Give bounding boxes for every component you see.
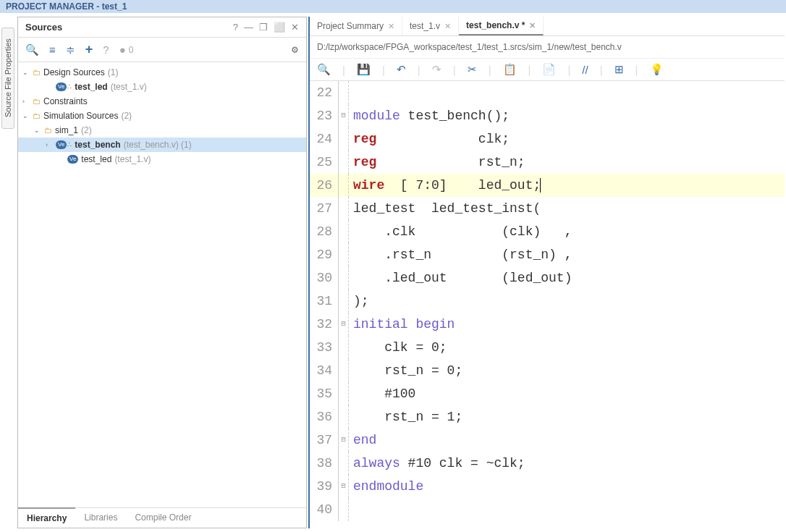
code-text[interactable]: ); — [349, 290, 369, 313]
fold-icon — [339, 174, 349, 197]
undo-icon[interactable]: ↶ — [397, 63, 406, 76]
code-text[interactable]: led_test led_test_inst( — [349, 197, 541, 220]
tab-test1[interactable]: test_1.v ✕ — [402, 17, 459, 35]
code-line[interactable]: 28 .clk (clk) , — [310, 220, 785, 243]
code-line[interactable]: 34 rst_n = 0; — [310, 359, 785, 382]
chevron-down-icon[interactable]: ⌄ — [22, 69, 30, 76]
line-number: 25 — [310, 151, 339, 174]
tree-label: test_bench — [75, 140, 120, 150]
close-icon[interactable]: ✕ — [291, 22, 299, 33]
source-properties-tab[interactable]: Source File Properties — [1, 28, 14, 129]
fold-icon[interactable]: ⊟ — [339, 428, 349, 452]
tab-compile-order[interactable]: Compile Order — [126, 508, 200, 528]
tree-count: (1) — [108, 67, 119, 77]
code-line[interactable]: 24reg clk; — [310, 127, 785, 151]
code-text[interactable]: .led_out (led_out) — [349, 266, 572, 290]
close-icon[interactable]: ✕ — [529, 21, 536, 30]
fold-icon — [339, 197, 349, 220]
fold-icon[interactable]: ⊟ — [339, 475, 349, 498]
code-line[interactable]: 22 — [310, 81, 785, 104]
code-text[interactable]: end — [349, 428, 376, 452]
line-number: 34 — [310, 359, 339, 382]
tab-test-bench[interactable]: test_bench.v * ✕ — [459, 17, 544, 35]
close-icon[interactable]: ✕ — [444, 22, 451, 31]
expand-icon[interactable]: ≑ — [66, 43, 75, 56]
search-icon[interactable]: 🔍 — [317, 63, 331, 76]
code-text[interactable]: module test_bench(); — [349, 104, 510, 127]
tree-test-led-sim[interactable]: Ve test_led (test_1.v) — [18, 152, 306, 166]
fold-icon — [339, 127, 349, 151]
code-text[interactable]: reg rst_n; — [349, 151, 525, 174]
collapse-icon[interactable]: ≡ — [49, 43, 56, 56]
code-text[interactable]: clk = 0; — [349, 336, 447, 359]
code-text[interactable]: always #10 clk = ~clk; — [349, 452, 525, 475]
tree-sim1[interactable]: ⌄ 🗀 sim_1 (2) — [18, 123, 306, 138]
code-text[interactable]: endmodule — [349, 475, 423, 498]
tab-libraries[interactable]: Libraries — [75, 508, 126, 528]
code-line[interactable]: 37⊟end — [310, 428, 785, 452]
line-number: 35 — [310, 382, 339, 405]
code-text[interactable]: wire [ 7:0] led_out; — [349, 174, 541, 197]
tree-test-led[interactable]: Ve∴ test_led (test_1.v) — [18, 80, 306, 94]
chevron-right-icon[interactable]: › — [22, 98, 30, 105]
code-line[interactable]: 23⊟module test_bench(); — [310, 104, 785, 127]
save-icon[interactable]: 💾 — [357, 63, 371, 76]
comment-icon[interactable]: // — [582, 64, 588, 76]
code-line[interactable]: 40 — [310, 498, 785, 521]
code-line[interactable]: 27led_test led_test_inst( — [310, 197, 785, 220]
add-icon[interactable]: + — [85, 42, 93, 57]
chevron-right-icon[interactable]: › — [46, 141, 53, 148]
search-icon[interactable]: 🔍 — [25, 43, 39, 56]
copy-icon[interactable]: 📋 — [503, 63, 517, 76]
fold-icon — [339, 452, 349, 475]
code-editor[interactable]: 22 23⊟module test_bench();24reg clk;25re… — [310, 81, 785, 528]
code-line[interactable]: 26wire [ 7:0] led_out; — [310, 174, 785, 197]
help-icon[interactable]: ? — [233, 22, 238, 33]
sources-controls: ? — ❐ ⬜ ✕ — [233, 22, 299, 33]
info-icon[interactable]: ? — [103, 43, 109, 56]
code-text[interactable]: rst_n = 0; — [349, 359, 462, 382]
maximize-icon[interactable]: ⬜ — [274, 22, 285, 33]
paste-icon[interactable]: 📄 — [542, 63, 556, 76]
cut-icon[interactable]: ✂ — [468, 63, 477, 76]
line-number: 40 — [310, 498, 339, 521]
tree-constraints[interactable]: › 🗀 Constraints — [18, 94, 306, 109]
code-line[interactable]: 35 #100 — [310, 382, 785, 405]
chevron-down-icon[interactable]: ⌄ — [22, 112, 30, 119]
code-line[interactable]: 39⊟endmodule — [310, 475, 785, 498]
code-text[interactable]: #100 — [349, 382, 415, 405]
folder-icon: 🗀 — [33, 68, 41, 77]
restore-icon[interactable]: ❐ — [259, 22, 268, 33]
code-line[interactable]: 31); — [310, 290, 785, 313]
tree-design-sources[interactable]: ⌄ 🗀 Design Sources (1) — [18, 65, 306, 80]
chevron-down-icon[interactable]: ⌄ — [34, 127, 41, 134]
tree-test-bench[interactable]: › Ve∴ test_bench (test_bench.v) (1) — [18, 138, 306, 152]
code-text[interactable]: rst_n = 1; — [349, 405, 462, 428]
tree-count: (2) — [81, 125, 92, 135]
code-text[interactable]: reg clk; — [349, 127, 510, 151]
code-line[interactable]: 38always #10 clk = ~clk; — [310, 452, 785, 475]
minimize-icon[interactable]: — — [244, 22, 253, 33]
code-line[interactable]: 29 .rst_n (rst_n) , — [310, 243, 785, 266]
fold-icon[interactable]: ⊟ — [339, 313, 349, 336]
column-icon[interactable]: ⊞ — [614, 63, 624, 76]
redo-icon[interactable]: ↷ — [432, 63, 441, 76]
code-text[interactable]: .clk (clk) , — [349, 220, 572, 243]
code-text[interactable]: .rst_n (rst_n) , — [349, 243, 572, 266]
code-text[interactable] — [349, 81, 361, 104]
code-line[interactable]: 32⊟initial begin — [310, 313, 785, 336]
bulb-icon[interactable]: 💡 — [650, 63, 664, 76]
settings-icon[interactable]: ⚙ — [291, 45, 299, 55]
code-text[interactable]: initial begin — [349, 313, 455, 336]
code-text[interactable] — [349, 498, 361, 521]
tree-sim-sources[interactable]: ⌄ 🗀 Simulation Sources (2) — [18, 109, 306, 123]
code-line[interactable]: 30 .led_out (led_out) — [310, 266, 785, 290]
code-line[interactable]: 36 rst_n = 1; — [310, 405, 785, 428]
tab-project-summary[interactable]: Project Summary ✕ — [310, 17, 402, 35]
close-icon[interactable]: ✕ — [388, 22, 394, 31]
code-line[interactable]: 33 clk = 0; — [310, 336, 785, 359]
code-line[interactable]: 25reg rst_n; — [310, 151, 785, 174]
fold-icon[interactable]: ⊟ — [339, 104, 349, 127]
separator: | — [635, 64, 638, 76]
tab-hierarchy[interactable]: Hierarchy — [18, 507, 75, 528]
